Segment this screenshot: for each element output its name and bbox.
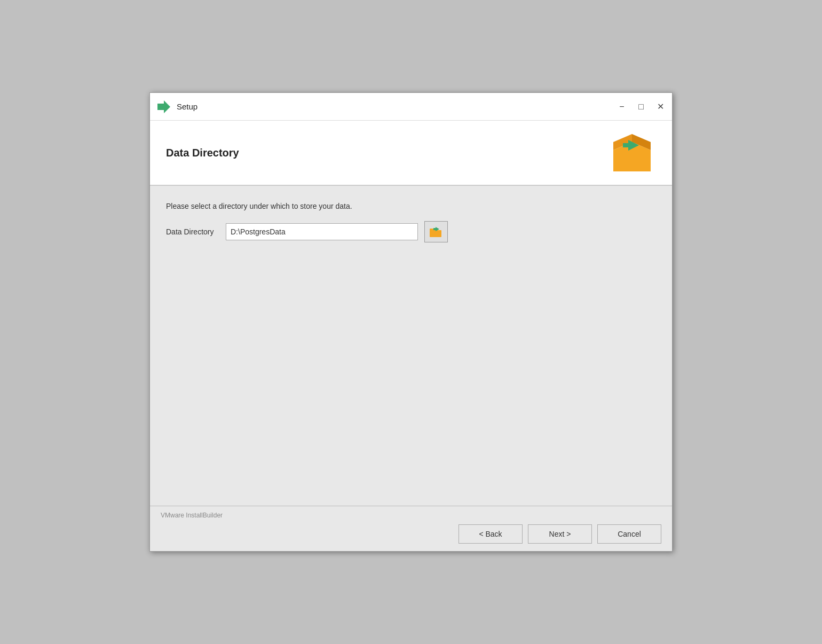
svg-rect-10 xyxy=(433,228,438,230)
page-title: Data Directory xyxy=(166,147,239,159)
svg-marker-0 xyxy=(157,100,170,113)
window-title: Setup xyxy=(177,102,616,111)
content-area: Please select a directory under which to… xyxy=(150,186,672,506)
footer-buttons: < Back Next > Cancel xyxy=(161,524,661,544)
close-button[interactable]: ✕ xyxy=(655,101,666,112)
app-icon xyxy=(156,99,171,114)
directory-input[interactable] xyxy=(226,223,418,240)
browse-button[interactable] xyxy=(424,221,448,242)
title-bar: Setup − □ ✕ xyxy=(150,93,672,121)
directory-label: Data Directory xyxy=(166,227,219,236)
header-icon xyxy=(608,131,656,174)
svg-rect-4 xyxy=(613,155,651,171)
builder-label: VMware InstallBuilder xyxy=(161,512,661,519)
setup-window: Setup − □ ✕ Data Directory Please select… xyxy=(149,92,673,552)
cancel-button[interactable]: Cancel xyxy=(597,524,661,544)
description-text: Please select a directory under which to… xyxy=(166,202,656,210)
window-controls: − □ ✕ xyxy=(616,101,666,112)
maximize-button[interactable]: □ xyxy=(636,101,646,112)
back-button[interactable]: < Back xyxy=(459,524,523,544)
page-header: Data Directory xyxy=(150,121,672,186)
browse-icon xyxy=(429,224,444,239)
next-button[interactable]: Next > xyxy=(528,524,592,544)
footer: VMware InstallBuilder < Back Next > Canc… xyxy=(150,506,672,551)
minimize-button[interactable]: − xyxy=(616,101,627,112)
directory-form-row: Data Directory xyxy=(166,221,656,242)
svg-rect-6 xyxy=(623,143,634,147)
